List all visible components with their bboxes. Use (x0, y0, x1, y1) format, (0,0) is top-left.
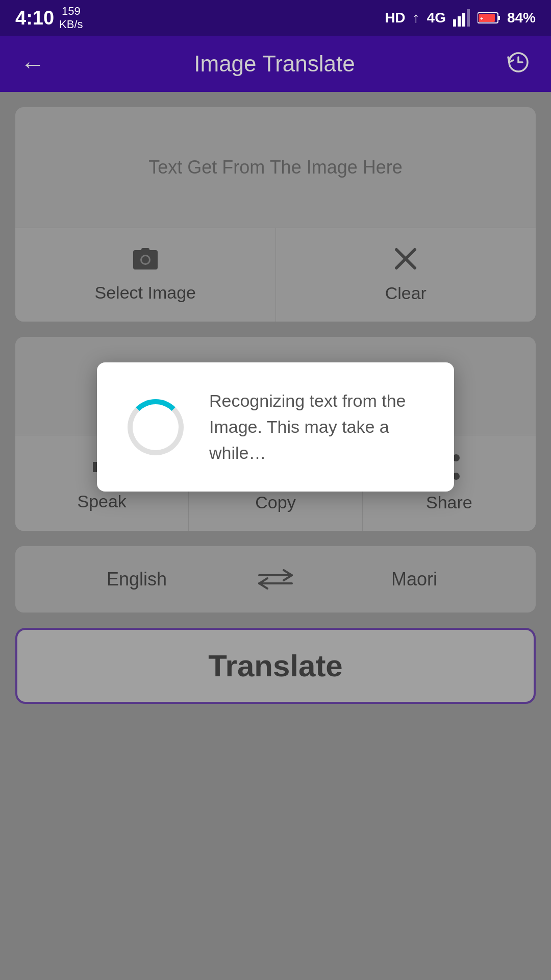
network-label: 4G (427, 10, 446, 26)
svg-rect-1 (458, 16, 461, 27)
loading-spinner (128, 399, 184, 455)
app-bar: ← Image Translate (0, 36, 551, 92)
status-time: 4:10 (15, 7, 54, 29)
back-button[interactable]: ← (20, 50, 45, 78)
battery-icon: + (478, 11, 500, 24)
history-icon (504, 48, 531, 75)
status-right: HD ↑ 4G + 84% (385, 9, 536, 27)
loading-overlay: Recognizing text from the Image. This ma… (0, 92, 551, 980)
svg-rect-2 (462, 13, 465, 27)
signal-icon (453, 9, 470, 27)
page-title: Image Translate (194, 51, 355, 77)
network-arrow: ↑ (413, 10, 420, 26)
svg-rect-3 (467, 9, 470, 27)
status-left: 4:10 159 KB/s (15, 5, 83, 32)
svg-rect-5 (498, 16, 500, 20)
loading-message: Recognizing text from the Image. This ma… (209, 388, 423, 466)
svg-text:+: + (480, 15, 483, 21)
status-speed: 159 KB/s (59, 5, 83, 32)
battery-percent: 84% (507, 10, 536, 26)
loading-dialog: Recognizing text from the Image. This ma… (97, 362, 454, 492)
hd-label: HD (385, 10, 405, 26)
status-bar: 4:10 159 KB/s HD ↑ 4G + 84% (0, 0, 551, 36)
main-content: Text Get From The Image Here Select Imag… (0, 92, 551, 980)
svg-rect-0 (453, 19, 456, 27)
history-button[interactable] (504, 48, 531, 80)
